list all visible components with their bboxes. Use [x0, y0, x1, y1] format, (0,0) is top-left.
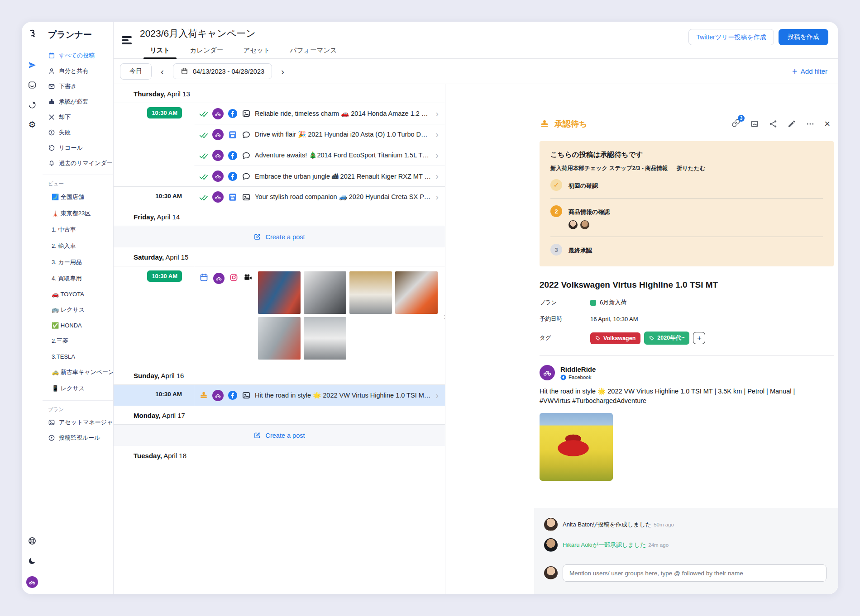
sidebar-item-asset-manager[interactable]: アセットマネージャー: [43, 415, 113, 430]
sidebar-item-all-posts[interactable]: すべての投稿: [43, 48, 113, 63]
post-row[interactable]: 10:30 AM Reliable ride, timeless charm 🚗…: [114, 103, 445, 124]
sidebar-view-tokyo23[interactable]: 🗼 東京都23区: [43, 205, 113, 222]
post-image-thumbnail[interactable]: [304, 271, 346, 314]
sidebar-view-toyota[interactable]: 🚗 TOYOTA: [43, 287, 113, 302]
sidebar-view-mitsubishi[interactable]: 2.三菱: [43, 333, 113, 349]
preview-frame-icon[interactable]: [750, 119, 759, 128]
prev-range-chevron-icon[interactable]: ‹: [157, 66, 167, 77]
sidebar-view-purchase-only[interactable]: 4. 買取専用: [43, 270, 113, 287]
post-image-thumbnail[interactable]: [395, 271, 438, 314]
compose-icon: [253, 233, 261, 241]
post-row-selected[interactable]: 10:30 AM Hit the road in style 🌟 2022 VW…: [114, 385, 445, 406]
post-row[interactable]: Drive with flair 🎉 2021 Hyundai i20 Asta…: [114, 124, 445, 145]
post-detail-image[interactable]: [540, 413, 613, 481]
edit-pencil-icon[interactable]: [787, 119, 796, 128]
sidebar-item-failed[interactable]: 失敗: [43, 125, 113, 140]
tab-calendar[interactable]: カレンダー: [180, 43, 234, 59]
user-avatar: [544, 538, 558, 552]
collapse-link[interactable]: 折りたたむ: [677, 165, 706, 171]
plus-icon: +: [792, 67, 798, 76]
create-post-row[interactable]: Create a post: [114, 424, 445, 446]
next-range-chevron-icon[interactable]: ›: [277, 66, 288, 77]
app-header: 2023/6月入荷キャンペーン リスト カレンダー アセット パフォーマンス T…: [114, 22, 838, 59]
post-image-thumbnail[interactable]: [304, 317, 346, 360]
main-area: 2023/6月入荷キャンペーン リスト カレンダー アセット パフォーマンス T…: [114, 22, 838, 594]
sidebar-view-imported-cars[interactable]: 2. 輸入車: [43, 238, 113, 254]
sidebar-item-drafts[interactable]: 下書き: [43, 79, 113, 94]
text-post-icon: [242, 151, 251, 160]
facebook-icon: [228, 151, 238, 161]
copy-link-icon[interactable]: 3: [731, 118, 741, 129]
more-options-icon[interactable]: [806, 119, 815, 128]
add-filter-button[interactable]: + Add filter: [792, 67, 827, 76]
add-tag-button[interactable]: +: [693, 332, 705, 344]
day-header-sunday: Sunday, April 16: [114, 366, 445, 384]
sidebar-view-honda[interactable]: ✅ HONDA: [43, 318, 113, 333]
pending-approval-stamp-icon: [199, 391, 208, 400]
today-button[interactable]: 今日: [120, 63, 152, 80]
post-detail-title: 2022 Volkswagen Virtus Highline 1.0 TSI …: [540, 280, 834, 290]
post-image-thumbnail[interactable]: [258, 317, 301, 360]
tab-performance[interactable]: パフォーマンス: [280, 43, 347, 59]
post-detail-panel: 承認待ち 3 × こちらの投稿は承認待: [534, 84, 838, 594]
settings-gear-icon[interactable]: ⚙: [28, 120, 36, 129]
publish-planner-icon[interactable]: [28, 61, 37, 70]
sidebar-item-recalled[interactable]: リコール: [43, 140, 113, 156]
sidebar-item-mine-shared[interactable]: 自分と共有: [43, 63, 113, 79]
date-range-picker[interactable]: 04/13/2023 - 04/28/2023: [173, 63, 272, 79]
share-icon[interactable]: [769, 119, 778, 128]
approved-double-check-icon: [199, 109, 208, 118]
engage-inbox-icon[interactable]: [28, 81, 37, 90]
post-row[interactable]: Embrace the urban jungle 🏙 2021 Renault …: [114, 166, 445, 186]
image-post-icon: [242, 193, 251, 202]
approver-avatar[interactable]: [580, 220, 589, 229]
calendar-icon: [181, 67, 188, 75]
sidebar-item-past-reminders[interactable]: 過去のリマインダー: [43, 156, 113, 171]
post-image-thumbnail[interactable]: [258, 271, 301, 314]
sidebar-item-rejected[interactable]: 却下: [43, 109, 113, 125]
help-icon[interactable]: [28, 536, 37, 545]
post-list: Thursday, April 13 10:30 AM Reliable rid…: [114, 84, 445, 594]
tag-2020s[interactable]: 2020年代~: [644, 332, 689, 345]
riddleride-avatar: [212, 150, 224, 161]
sidebar-view-tesla[interactable]: 3.TESLA: [43, 349, 113, 364]
facebook-icon: [560, 374, 566, 380]
sidebar-view-lexus-bus[interactable]: 🚌 レクサス: [43, 302, 113, 318]
tab-list[interactable]: リスト: [140, 43, 180, 59]
sidebar-view-lexus-mobile[interactable]: 📱 レクサス: [43, 380, 113, 397]
workspace-avatar[interactable]: [26, 576, 38, 588]
reports-pie-icon[interactable]: [28, 100, 37, 109]
sidebar-view-car-goods[interactable]: 3. カー用品: [43, 254, 113, 270]
approver-avatar[interactable]: [569, 220, 578, 229]
post-image-thumbnail[interactable]: [349, 271, 392, 314]
time-label: 10:30 AM: [155, 389, 182, 398]
post-text: Your stylish road companion 🚙 2020 Hyund…: [255, 193, 431, 201]
sidebar-item-needs-approval[interactable]: 承認が必要: [43, 94, 113, 109]
hamburger-menu-icon[interactable]: [122, 36, 132, 58]
activity-timestamp: 50m ago: [654, 522, 674, 527]
sidebar-view-national-stores[interactable]: 🗾 全国店舗: [43, 189, 113, 205]
video-post-icon: [243, 273, 253, 282]
close-panel-icon[interactable]: ×: [824, 119, 830, 129]
tag-volkswagen[interactable]: Volkswagen: [590, 332, 640, 344]
sidebar-view-used-cars[interactable]: 1. 中古車: [43, 222, 113, 238]
post-row[interactable]: Adventure awaits! 🎄2014 Ford EcoSport Ti…: [114, 145, 445, 166]
chevron-right-icon: ›: [444, 311, 445, 322]
chevron-right-icon: ›: [435, 390, 440, 401]
create-twitter-thread-button[interactable]: Twitterツリー投稿を作成: [688, 29, 774, 45]
tab-assets[interactable]: アセット: [233, 43, 280, 59]
riddleride-avatar: [213, 273, 225, 284]
sidebar-item-post-monitoring-rules[interactable]: 投稿監視ルール: [43, 430, 113, 445]
mention-comment-input[interactable]: [563, 564, 827, 582]
create-post-button[interactable]: 投稿を作成: [779, 29, 828, 45]
post-row[interactable]: 10:30 AM Your stylish road companion 🚙 2…: [114, 186, 445, 207]
time-label: 10:30 AM: [155, 191, 182, 199]
account-name: RiddleRide: [560, 365, 596, 373]
image-post-icon: [242, 109, 251, 118]
sidebar-view-new-used-campaign[interactable]: 🚕 新古車キャンペーン: [43, 364, 113, 380]
post-row-media[interactable]: 10:30 AM: [114, 266, 445, 366]
tags-field: タグ Volkswagen 2020年代~ +: [540, 332, 834, 345]
dark-mode-moon-icon[interactable]: [28, 556, 37, 565]
create-post-row[interactable]: Create a post: [114, 226, 445, 247]
step-check-icon: ✓: [550, 179, 562, 191]
